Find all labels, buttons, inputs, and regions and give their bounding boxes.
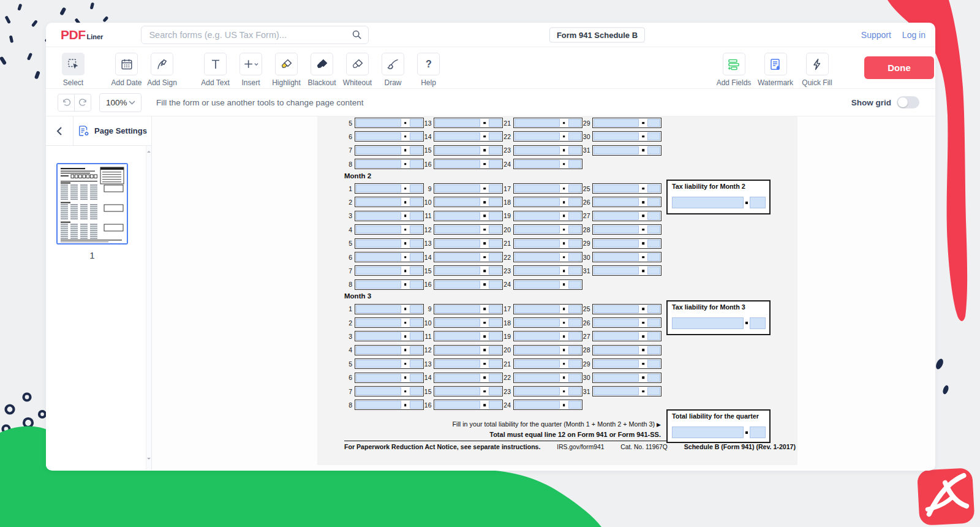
day-cents-field[interactable] xyxy=(410,401,423,409)
add-fields-button[interactable]: Add Fields xyxy=(717,53,751,88)
day-cents-field[interactable] xyxy=(647,360,660,368)
day-dollars-field[interactable] xyxy=(594,226,639,233)
day-cents-field[interactable] xyxy=(568,281,581,289)
day-cents-field[interactable] xyxy=(568,253,581,261)
day-dollars-field[interactable] xyxy=(356,281,401,289)
day-dollars-field[interactable] xyxy=(435,132,480,140)
day-dollars-field[interactable] xyxy=(514,346,560,354)
day-dollars-field[interactable] xyxy=(356,226,401,233)
day-cents-field[interactable] xyxy=(489,401,502,409)
day-cents-field[interactable] xyxy=(489,387,502,395)
sidebar-collapse-button[interactable] xyxy=(46,116,74,145)
day-dollars-field[interactable] xyxy=(514,240,560,248)
show-grid-toggle[interactable] xyxy=(897,96,919,108)
day-cents-field[interactable] xyxy=(489,281,502,289)
day-dollars-field[interactable] xyxy=(594,240,639,248)
day-dollars-field[interactable] xyxy=(435,332,480,340)
day-dollars-field[interactable] xyxy=(594,346,639,354)
day-dollars-field[interactable] xyxy=(435,281,480,289)
day-dollars-field[interactable] xyxy=(514,253,560,261)
day-cents-field[interactable] xyxy=(647,253,660,261)
day-dollars-field[interactable] xyxy=(356,332,401,340)
day-dollars-field[interactable] xyxy=(356,212,401,220)
day-dollars-field[interactable] xyxy=(356,240,401,248)
day-cents-field[interactable] xyxy=(489,332,502,340)
day-dollars-field[interactable] xyxy=(514,212,560,220)
day-cents-field[interactable] xyxy=(410,305,423,313)
day-cents-field[interactable] xyxy=(647,198,660,206)
day-cents-field[interactable] xyxy=(647,319,660,327)
day-cents-field[interactable] xyxy=(647,146,660,154)
day-dollars-field[interactable] xyxy=(435,119,480,127)
month-total-dollars-field[interactable] xyxy=(672,317,744,329)
day-cents-field[interactable] xyxy=(410,212,423,220)
scroll-down-arrow-icon[interactable] xyxy=(147,458,151,461)
day-cents-field[interactable] xyxy=(489,119,502,127)
day-dollars-field[interactable] xyxy=(356,319,401,327)
support-link[interactable]: Support xyxy=(861,30,891,40)
day-dollars-field[interactable] xyxy=(514,146,560,154)
day-dollars-field[interactable] xyxy=(594,184,639,192)
day-dollars-field[interactable] xyxy=(356,374,401,382)
day-cents-field[interactable] xyxy=(568,346,581,354)
day-dollars-field[interactable] xyxy=(594,305,639,313)
whiteout-button[interactable]: Whiteout xyxy=(342,53,373,88)
day-cents-field[interactable] xyxy=(410,146,423,154)
day-cents-field[interactable] xyxy=(647,374,660,382)
day-cents-field[interactable] xyxy=(647,267,660,275)
day-cents-field[interactable] xyxy=(647,346,660,354)
login-link[interactable]: Log in xyxy=(902,30,925,40)
day-cents-field[interactable] xyxy=(568,119,581,127)
day-dollars-field[interactable] xyxy=(356,132,401,140)
day-cents-field[interactable] xyxy=(647,387,660,395)
day-dollars-field[interactable] xyxy=(435,240,480,248)
day-dollars-field[interactable] xyxy=(435,160,480,168)
day-cents-field[interactable] xyxy=(489,132,502,140)
day-cents-field[interactable] xyxy=(410,267,423,275)
day-dollars-field[interactable] xyxy=(594,132,639,140)
blackout-button[interactable]: Blackout xyxy=(306,53,337,88)
draw-button[interactable]: Draw xyxy=(377,53,409,88)
day-cents-field[interactable] xyxy=(410,198,423,206)
day-cents-field[interactable] xyxy=(410,132,423,140)
day-cents-field[interactable] xyxy=(568,401,581,409)
day-cents-field[interactable] xyxy=(489,267,502,275)
day-dollars-field[interactable] xyxy=(356,305,401,313)
day-dollars-field[interactable] xyxy=(594,267,639,275)
day-dollars-field[interactable] xyxy=(514,132,560,140)
add-date-button[interactable]: Add Date xyxy=(111,53,142,88)
scroll-up-arrow-icon[interactable] xyxy=(147,149,151,153)
day-cents-field[interactable] xyxy=(410,332,423,340)
day-cents-field[interactable] xyxy=(489,360,502,368)
day-cents-field[interactable] xyxy=(568,198,581,206)
day-cents-field[interactable] xyxy=(647,184,660,192)
day-cents-field[interactable] xyxy=(568,212,581,220)
day-dollars-field[interactable] xyxy=(514,387,560,395)
day-dollars-field[interactable] xyxy=(435,253,480,261)
day-dollars-field[interactable] xyxy=(435,374,480,382)
day-dollars-field[interactable] xyxy=(356,267,401,275)
day-cents-field[interactable] xyxy=(410,374,423,382)
day-cents-field[interactable] xyxy=(568,132,581,140)
select-tool-button[interactable]: Select xyxy=(58,53,89,88)
day-cents-field[interactable] xyxy=(568,387,581,395)
day-dollars-field[interactable] xyxy=(435,184,480,192)
day-cents-field[interactable] xyxy=(410,160,423,168)
month-total-dollars-field[interactable] xyxy=(672,197,744,208)
day-cents-field[interactable] xyxy=(410,281,423,289)
day-cents-field[interactable] xyxy=(489,226,502,233)
day-dollars-field[interactable] xyxy=(514,401,560,409)
day-cents-field[interactable] xyxy=(489,319,502,327)
day-cents-field[interactable] xyxy=(647,226,660,233)
day-dollars-field[interactable] xyxy=(356,160,401,168)
day-cents-field[interactable] xyxy=(568,360,581,368)
day-cents-field[interactable] xyxy=(410,253,423,261)
day-cents-field[interactable] xyxy=(410,240,423,248)
day-cents-field[interactable] xyxy=(568,240,581,248)
day-dollars-field[interactable] xyxy=(356,119,401,127)
quarter-total-cents-field[interactable] xyxy=(750,427,766,438)
day-dollars-field[interactable] xyxy=(435,346,480,354)
day-dollars-field[interactable] xyxy=(594,119,639,127)
day-cents-field[interactable] xyxy=(568,332,581,340)
day-cents-field[interactable] xyxy=(568,146,581,154)
